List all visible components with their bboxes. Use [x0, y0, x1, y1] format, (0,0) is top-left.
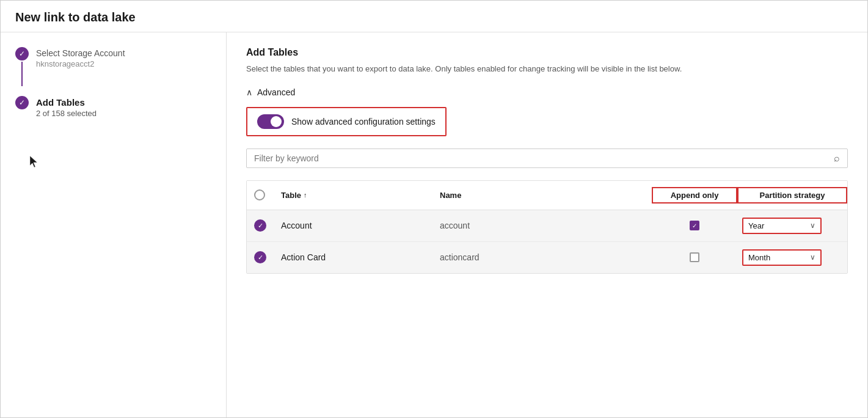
row1-append-check-icon: ✓	[692, 222, 697, 229]
add-tables-title: Add Tables	[246, 47, 848, 58]
step1-subtitle: hknstorageacct2	[36, 59, 125, 68]
step1-checkmark: ✓	[19, 50, 25, 57]
advanced-settings-toggle[interactable]	[257, 114, 284, 129]
cursor-area	[15, 155, 211, 171]
row2-partition-value: Month	[748, 253, 770, 262]
row2-dropdown-arrow-icon: ∨	[810, 253, 815, 262]
row2-checked-circle[interactable]: ✓	[254, 251, 266, 263]
row1-append-checkbox[interactable]: ✓	[690, 221, 699, 230]
row1-partition-value: Year	[748, 221, 764, 230]
main-content: ✓ Select Storage Account hknstorageacct2…	[1, 32, 867, 417]
right-panel: Add Tables Select the tables that you wa…	[227, 32, 867, 417]
step1-line	[21, 62, 23, 86]
toggle-slider	[257, 114, 284, 129]
step2-subtitle: 2 of 158 selected	[36, 109, 97, 118]
row1-name: account	[432, 221, 652, 230]
header-append: Append only	[652, 187, 737, 204]
toggle-row: Show advanced configuration settings	[246, 107, 447, 136]
step1-title: Select Storage Account	[36, 48, 125, 58]
table-container: Table ↑ Name Append only Partition strat…	[246, 180, 848, 274]
sort-arrow-icon[interactable]: ↑	[304, 191, 307, 199]
sidebar: ✓ Select Storage Account hknstorageacct2…	[1, 32, 227, 417]
row2-append-checkbox[interactable]	[690, 252, 699, 262]
row1-append: ✓	[652, 221, 737, 230]
add-tables-desc: Select the tables that you want to expor…	[246, 63, 848, 75]
header-table: Table ↑	[274, 191, 432, 200]
page-title: New link to data lake	[1, 1, 867, 32]
toggle-label: Show advanced configuration settings	[291, 117, 436, 127]
header-name: Name	[432, 191, 652, 200]
row1-dropdown-arrow-icon: ∨	[810, 221, 815, 230]
row1-checked-circle[interactable]: ✓	[254, 219, 266, 232]
row1-checkbox-cell: ✓	[247, 219, 274, 232]
filter-input[interactable]	[254, 153, 834, 163]
cursor-icon	[27, 155, 42, 169]
row2-table-name: Action Card	[274, 252, 432, 262]
row2-partition-dropdown[interactable]: Month ∨	[742, 249, 822, 266]
row2-name: actioncard	[432, 252, 652, 262]
sidebar-step-2: ✓ Add Tables 2 of 158 selected	[15, 96, 211, 118]
header-checkbox-cell	[247, 189, 274, 200]
row1-partition-dropdown[interactable]: Year ∨	[742, 218, 822, 234]
sidebar-step-1: ✓ Select Storage Account hknstorageacct2	[15, 47, 211, 86]
step2-circle: ✓	[15, 96, 29, 109]
page-wrapper: New link to data lake ✓ Select Storage A…	[0, 0, 868, 418]
search-icon: ⌕	[834, 153, 840, 164]
header-partition: Partition strategy	[737, 187, 847, 204]
advanced-label: Advanced	[257, 87, 295, 97]
advanced-header[interactable]: ∧ Advanced	[246, 87, 848, 97]
step2-info: Add Tables 2 of 158 selected	[36, 96, 97, 118]
header-radio[interactable]	[254, 189, 265, 200]
row2-check-icon: ✓	[258, 254, 263, 262]
table-header: Table ↑ Name Append only Partition strat…	[247, 181, 847, 210]
chevron-up-icon: ∧	[246, 87, 252, 97]
step1-indicator-col: ✓	[15, 47, 29, 86]
header-table-label: Table	[281, 191, 301, 200]
row1-table-name: Account	[274, 221, 432, 230]
table-row: ✓ Account account ✓ Year ∨	[247, 210, 847, 242]
row2-partition: Month ∨	[737, 249, 847, 266]
step2-checkmark: ✓	[19, 99, 25, 106]
step2-indicator-col: ✓	[15, 96, 29, 109]
row2-append	[652, 252, 737, 262]
row1-partition: Year ∨	[737, 218, 847, 234]
row2-checkbox-cell: ✓	[247, 251, 274, 263]
step1-info: Select Storage Account hknstorageacct2	[36, 47, 125, 68]
filter-row: ⌕	[246, 148, 848, 168]
table-row: ✓ Action Card actioncard Month ∨	[247, 242, 847, 273]
step1-circle: ✓	[15, 47, 29, 61]
row1-check-icon: ✓	[258, 222, 263, 230]
step2-title: Add Tables	[36, 97, 97, 108]
